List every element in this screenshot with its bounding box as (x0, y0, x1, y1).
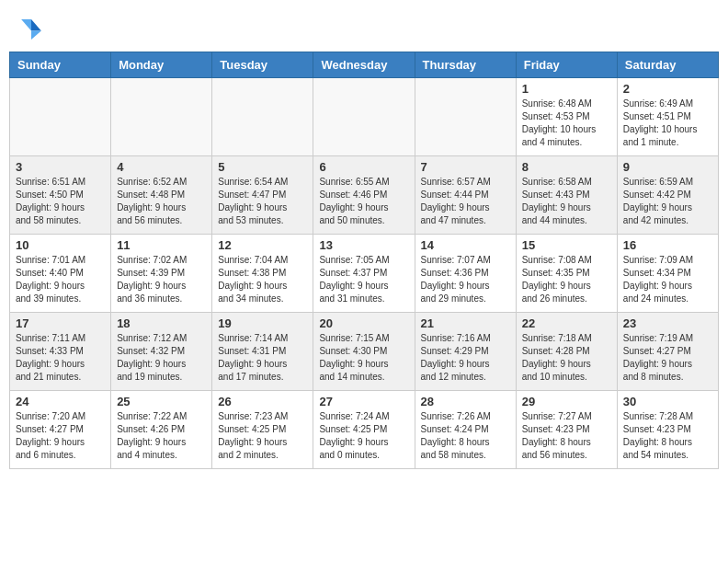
calendar-header-wednesday: Wednesday (313, 52, 415, 78)
calendar-cell: 30Sunrise: 7:28 AM Sunset: 4:23 PM Dayli… (617, 391, 718, 469)
day-number: 25 (117, 395, 206, 408)
day-info: Sunrise: 6:55 AM Sunset: 4:46 PM Dayligh… (319, 176, 408, 227)
day-number: 23 (623, 316, 712, 330)
day-info: Sunrise: 6:59 AM Sunset: 4:42 PM Dayligh… (623, 176, 712, 227)
day-info: Sunrise: 7:09 AM Sunset: 4:34 PM Dayligh… (623, 254, 712, 305)
day-number: 13 (319, 238, 408, 252)
day-info: Sunrise: 6:54 AM Sunset: 4:47 PM Dayligh… (218, 176, 307, 227)
day-info: Sunrise: 7:11 AM Sunset: 4:33 PM Dayligh… (16, 332, 105, 384)
calendar-cell: 28Sunrise: 7:26 AM Sunset: 4:24 PM Dayli… (415, 391, 516, 469)
day-number: 22 (522, 316, 611, 330)
calendar-header-thursday: Thursday (415, 52, 516, 78)
day-info: Sunrise: 7:26 AM Sunset: 4:24 PM Dayligh… (421, 410, 510, 462)
page-header (0, 0, 728, 52)
day-info: Sunrise: 7:08 AM Sunset: 4:35 PM Dayligh… (522, 254, 611, 305)
svg-marker-1 (31, 31, 41, 40)
day-info: Sunrise: 7:28 AM Sunset: 4:23 PM Dayligh… (623, 410, 712, 462)
calendar-cell: 14Sunrise: 7:07 AM Sunset: 4:36 PM Dayli… (415, 235, 516, 313)
calendar-cell (415, 78, 516, 156)
day-number: 3 (16, 160, 105, 174)
day-number: 11 (117, 238, 206, 252)
week-row-5: 24Sunrise: 7:20 AM Sunset: 4:27 PM Dayli… (10, 391, 719, 469)
day-number: 9 (623, 160, 712, 174)
day-info: Sunrise: 7:01 AM Sunset: 4:40 PM Dayligh… (16, 254, 105, 305)
calendar-cell: 8Sunrise: 6:58 AM Sunset: 4:43 PM Daylig… (516, 156, 617, 235)
calendar-header-monday: Monday (111, 52, 212, 78)
calendar-header-row: SundayMondayTuesdayWednesdayThursdayFrid… (10, 52, 719, 78)
calendar-cell: 27Sunrise: 7:24 AM Sunset: 4:25 PM Dayli… (313, 391, 415, 469)
day-info: Sunrise: 6:57 AM Sunset: 4:44 PM Dayligh… (421, 176, 510, 227)
calendar-cell: 6Sunrise: 6:55 AM Sunset: 4:46 PM Daylig… (313, 156, 415, 235)
week-row-3: 10Sunrise: 7:01 AM Sunset: 4:40 PM Dayli… (10, 235, 719, 313)
day-info: Sunrise: 7:20 AM Sunset: 4:27 PM Dayligh… (16, 410, 105, 462)
calendar-header-saturday: Saturday (617, 52, 718, 78)
calendar-cell: 10Sunrise: 7:01 AM Sunset: 4:40 PM Dayli… (10, 235, 111, 313)
day-number: 24 (16, 395, 105, 408)
calendar-cell: 1Sunrise: 6:48 AM Sunset: 4:53 PM Daylig… (516, 78, 617, 156)
day-number: 21 (421, 316, 510, 330)
day-number: 10 (16, 238, 105, 252)
calendar-header-tuesday: Tuesday (212, 52, 313, 78)
calendar-cell: 20Sunrise: 7:15 AM Sunset: 4:30 PM Dayli… (313, 313, 415, 391)
day-number: 8 (522, 160, 611, 174)
calendar-cell: 5Sunrise: 6:54 AM Sunset: 4:47 PM Daylig… (212, 156, 313, 235)
day-info: Sunrise: 7:14 AM Sunset: 4:31 PM Dayligh… (218, 332, 307, 384)
calendar-cell: 29Sunrise: 7:27 AM Sunset: 4:23 PM Dayli… (516, 391, 617, 469)
day-info: Sunrise: 7:04 AM Sunset: 4:38 PM Dayligh… (218, 254, 307, 305)
day-number: 6 (319, 160, 408, 174)
day-info: Sunrise: 7:16 AM Sunset: 4:29 PM Dayligh… (421, 332, 510, 384)
calendar-cell: 17Sunrise: 7:11 AM Sunset: 4:33 PM Dayli… (10, 313, 111, 391)
calendar-cell: 12Sunrise: 7:04 AM Sunset: 4:38 PM Dayli… (212, 235, 313, 313)
svg-marker-0 (31, 19, 41, 30)
day-number: 16 (623, 238, 712, 252)
logo-icon (18, 17, 44, 42)
day-info: Sunrise: 7:24 AM Sunset: 4:25 PM Dayligh… (319, 410, 408, 462)
day-number: 1 (522, 82, 611, 96)
calendar-cell: 19Sunrise: 7:14 AM Sunset: 4:31 PM Dayli… (212, 313, 313, 391)
day-info: Sunrise: 7:19 AM Sunset: 4:27 PM Dayligh… (623, 332, 712, 384)
svg-marker-2 (21, 19, 31, 30)
calendar-cell: 25Sunrise: 7:22 AM Sunset: 4:26 PM Dayli… (111, 391, 212, 469)
day-number: 15 (522, 238, 611, 252)
calendar-cell: 21Sunrise: 7:16 AM Sunset: 4:29 PM Dayli… (415, 313, 516, 391)
calendar-cell: 24Sunrise: 7:20 AM Sunset: 4:27 PM Dayli… (10, 391, 111, 469)
day-number: 27 (319, 395, 408, 408)
day-number: 30 (623, 395, 712, 408)
week-row-4: 17Sunrise: 7:11 AM Sunset: 4:33 PM Dayli… (10, 313, 719, 391)
day-info: Sunrise: 7:15 AM Sunset: 4:30 PM Dayligh… (319, 332, 408, 384)
day-number: 18 (117, 316, 206, 330)
calendar-cell: 9Sunrise: 6:59 AM Sunset: 4:42 PM Daylig… (617, 156, 718, 235)
day-info: Sunrise: 6:48 AM Sunset: 4:53 PM Dayligh… (522, 98, 611, 149)
day-info: Sunrise: 6:49 AM Sunset: 4:51 PM Dayligh… (623, 98, 712, 149)
day-info: Sunrise: 7:18 AM Sunset: 4:28 PM Dayligh… (522, 332, 611, 384)
calendar-cell: 3Sunrise: 6:51 AM Sunset: 4:50 PM Daylig… (10, 156, 111, 235)
day-number: 7 (421, 160, 510, 174)
day-number: 26 (218, 395, 307, 408)
day-info: Sunrise: 6:52 AM Sunset: 4:48 PM Dayligh… (117, 176, 206, 227)
page-container: SundayMondayTuesdayWednesdayThursdayFrid… (0, 0, 728, 469)
week-row-2: 3Sunrise: 6:51 AM Sunset: 4:50 PM Daylig… (10, 156, 719, 235)
calendar-cell (10, 78, 111, 156)
day-info: Sunrise: 7:07 AM Sunset: 4:36 PM Dayligh… (421, 254, 510, 305)
day-info: Sunrise: 7:23 AM Sunset: 4:25 PM Dayligh… (218, 410, 307, 462)
calendar-cell: 15Sunrise: 7:08 AM Sunset: 4:35 PM Dayli… (516, 235, 617, 313)
calendar-cell: 23Sunrise: 7:19 AM Sunset: 4:27 PM Dayli… (617, 313, 718, 391)
calendar-cell: 4Sunrise: 6:52 AM Sunset: 4:48 PM Daylig… (111, 156, 212, 235)
day-info: Sunrise: 7:12 AM Sunset: 4:32 PM Dayligh… (117, 332, 206, 384)
day-number: 4 (117, 160, 206, 174)
day-number: 19 (218, 316, 307, 330)
calendar-cell: 22Sunrise: 7:18 AM Sunset: 4:28 PM Dayli… (516, 313, 617, 391)
calendar-header-sunday: Sunday (10, 52, 111, 78)
day-info: Sunrise: 7:22 AM Sunset: 4:26 PM Dayligh… (117, 410, 206, 462)
calendar-cell: 16Sunrise: 7:09 AM Sunset: 4:34 PM Dayli… (617, 235, 718, 313)
calendar-cell (111, 78, 212, 156)
day-number: 14 (421, 238, 510, 252)
day-info: Sunrise: 7:02 AM Sunset: 4:39 PM Dayligh… (117, 254, 206, 305)
calendar-cell: 2Sunrise: 6:49 AM Sunset: 4:51 PM Daylig… (617, 78, 718, 156)
day-info: Sunrise: 7:05 AM Sunset: 4:37 PM Dayligh… (319, 254, 408, 305)
calendar-table: SundayMondayTuesdayWednesdayThursdayFrid… (9, 52, 719, 469)
day-number: 12 (218, 238, 307, 252)
calendar-cell: 7Sunrise: 6:57 AM Sunset: 4:44 PM Daylig… (415, 156, 516, 235)
calendar-cell: 26Sunrise: 7:23 AM Sunset: 4:25 PM Dayli… (212, 391, 313, 469)
day-number: 2 (623, 82, 712, 96)
